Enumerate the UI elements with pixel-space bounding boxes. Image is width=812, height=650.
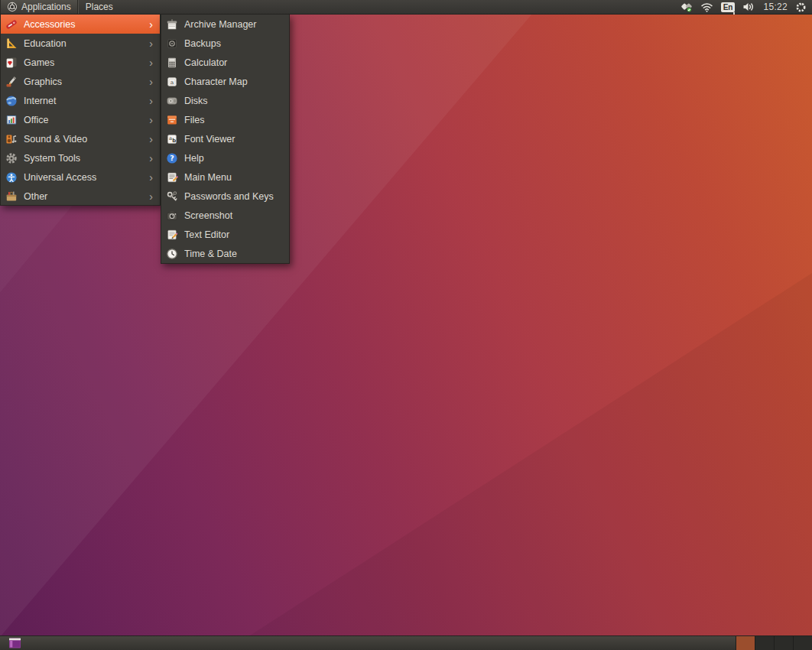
menu-item-label: Calculator bbox=[184, 57, 284, 68]
desktop: Applications Places En 15:22 bbox=[0, 0, 812, 650]
accessories-icon bbox=[5, 18, 18, 31]
passwords-keys-icon bbox=[166, 190, 178, 203]
time-date-icon bbox=[166, 248, 178, 260]
applications-menu-button[interactable]: Applications bbox=[0, 0, 78, 14]
places-menu-label: Places bbox=[86, 2, 113, 12]
applications-menu: Accessories › Education › Games › Graphi… bbox=[0, 15, 161, 206]
files-icon bbox=[166, 114, 178, 126]
other-icon bbox=[5, 190, 18, 203]
menu-item-label: Time & Date bbox=[184, 249, 284, 259]
category-label: Accessories bbox=[24, 19, 143, 30]
indicator-area: En 15:22 bbox=[680, 0, 812, 14]
submenu-arrow-icon: › bbox=[149, 38, 155, 49]
games-icon bbox=[5, 57, 18, 69]
menu-item-label: Main Menu bbox=[184, 172, 284, 183]
menu-item-label: Character Map bbox=[184, 76, 284, 87]
category-label: Other bbox=[24, 191, 143, 202]
menu-item-label: Help bbox=[184, 153, 284, 164]
menu-item-help[interactable]: ? Help bbox=[161, 148, 289, 167]
category-internet[interactable]: Internet › bbox=[1, 91, 160, 110]
submenu-arrow-icon: › bbox=[149, 115, 155, 125]
menu-item-label: Passwords and Keys bbox=[184, 191, 284, 202]
submenu-arrow-icon: › bbox=[149, 96, 155, 106]
category-sound-video[interactable]: Sound & Video › bbox=[1, 129, 160, 148]
universal-access-icon bbox=[5, 171, 18, 184]
submenu-arrow-icon: › bbox=[149, 134, 155, 145]
font-viewer-icon: ab bbox=[166, 133, 178, 145]
menu-item-character-map[interactable]: a Character Map bbox=[161, 72, 289, 91]
menu-item-label: Archive Manager bbox=[184, 19, 284, 30]
keyboard-layout-indicator[interactable]: En bbox=[721, 2, 736, 12]
category-office[interactable]: Office › bbox=[1, 110, 160, 129]
category-accessories[interactable]: Accessories › bbox=[1, 15, 160, 34]
menu-item-label: Screenshot bbox=[184, 210, 284, 221]
category-label: Universal Access bbox=[24, 172, 143, 183]
workspace-3[interactable] bbox=[774, 636, 793, 650]
internet-icon bbox=[5, 95, 18, 107]
office-icon bbox=[5, 114, 18, 126]
places-menu-button[interactable]: Places bbox=[79, 0, 120, 14]
software-updates-icon[interactable] bbox=[680, 2, 693, 13]
text-editor-icon bbox=[166, 229, 178, 241]
menu-item-label: Text Editor bbox=[184, 229, 284, 240]
category-label: Graphics bbox=[24, 76, 143, 87]
category-universal-access[interactable]: Universal Access › bbox=[1, 167, 160, 187]
wifi-icon[interactable] bbox=[700, 2, 713, 12]
system-tools-icon bbox=[5, 152, 18, 164]
category-system-tools[interactable]: System Tools › bbox=[1, 148, 160, 167]
top-panel: Applications Places En 15:22 bbox=[0, 0, 812, 15]
volume-icon[interactable] bbox=[742, 2, 755, 12]
category-graphics[interactable]: Graphics › bbox=[1, 72, 160, 91]
show-desktop-button[interactable] bbox=[8, 637, 21, 649]
submenu-arrow-icon: › bbox=[149, 76, 155, 87]
menu-item-label: Disks bbox=[184, 96, 284, 106]
menu-item-files[interactable]: Files bbox=[161, 110, 289, 129]
accessories-submenu: Archive Manager Backups Calculator a Cha… bbox=[161, 15, 290, 264]
menu-item-label: Files bbox=[184, 115, 284, 125]
workspace-switcher bbox=[736, 636, 812, 650]
disks-icon bbox=[166, 95, 178, 107]
backups-icon bbox=[166, 37, 178, 50]
category-label: System Tools bbox=[24, 153, 143, 164]
bottom-panel bbox=[0, 635, 812, 650]
panel-menus: Applications Places bbox=[0, 0, 120, 14]
clock[interactable]: 15:22 bbox=[763, 2, 788, 12]
submenu-arrow-icon: › bbox=[149, 19, 155, 30]
submenu-arrow-icon: › bbox=[149, 57, 155, 68]
calculator-icon bbox=[166, 57, 178, 69]
menu-item-text-editor[interactable]: Text Editor bbox=[161, 225, 289, 244]
category-education[interactable]: Education › bbox=[1, 34, 160, 53]
help-icon: ? bbox=[166, 152, 178, 164]
character-map-icon: a bbox=[166, 76, 178, 88]
menu-item-screenshot[interactable]: Screenshot bbox=[161, 206, 289, 225]
menu-item-calculator[interactable]: Calculator bbox=[161, 53, 289, 72]
archive-manager-icon bbox=[166, 18, 178, 31]
category-games[interactable]: Games › bbox=[1, 53, 160, 72]
education-icon bbox=[5, 37, 18, 50]
menu-item-disks[interactable]: Disks bbox=[161, 91, 289, 110]
sound-video-icon bbox=[5, 133, 18, 145]
svg-text:b: b bbox=[172, 138, 176, 144]
svg-text:a: a bbox=[171, 78, 174, 85]
menu-item-backups[interactable]: Backups bbox=[161, 34, 289, 53]
applications-menu-label: Applications bbox=[21, 2, 71, 12]
menu-item-label: Backups bbox=[184, 38, 284, 49]
workspace-4[interactable] bbox=[793, 636, 812, 650]
category-label: Internet bbox=[24, 96, 143, 106]
category-other[interactable]: Other › bbox=[1, 187, 160, 206]
menu-item-main-menu[interactable]: Main Menu bbox=[161, 167, 289, 187]
main-menu-icon bbox=[166, 171, 178, 184]
category-label: Office bbox=[24, 115, 143, 125]
menu-item-time-and-date[interactable]: Time & Date bbox=[161, 244, 289, 263]
menu-item-archive-manager[interactable]: Archive Manager bbox=[161, 15, 289, 34]
session-gear-icon[interactable] bbox=[795, 2, 807, 13]
menu-item-passwords-and-keys[interactable]: Passwords and Keys bbox=[161, 187, 289, 206]
graphics-icon bbox=[5, 76, 18, 88]
category-label: Sound & Video bbox=[24, 134, 143, 145]
workspace-2[interactable] bbox=[755, 636, 774, 650]
screenshot-icon bbox=[166, 210, 178, 222]
menu-item-label: Font Viewer bbox=[184, 134, 284, 145]
submenu-arrow-icon: › bbox=[149, 191, 155, 202]
menu-item-font-viewer[interactable]: ab Font Viewer bbox=[161, 129, 289, 148]
workspace-1[interactable] bbox=[736, 636, 755, 650]
